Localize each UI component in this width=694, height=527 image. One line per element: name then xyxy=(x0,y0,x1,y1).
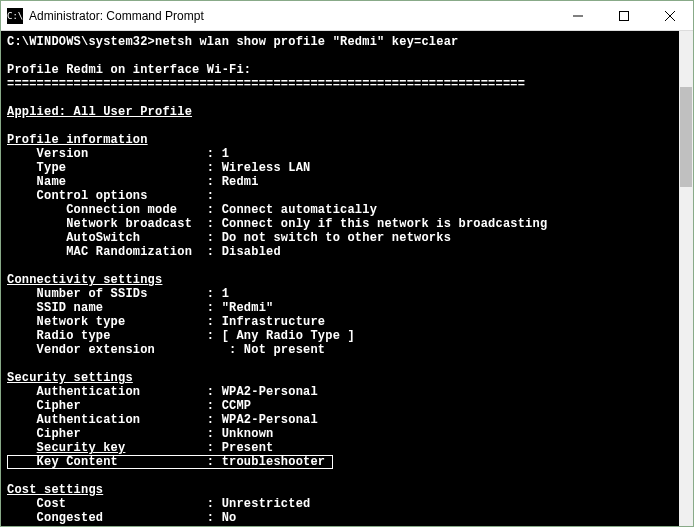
minimize-button[interactable] xyxy=(555,1,601,31)
row-label: Vendor extension : xyxy=(7,343,244,357)
row-value: Disabled xyxy=(222,245,281,259)
row-label: Control options : xyxy=(7,189,214,203)
row-label: Type : xyxy=(7,161,222,175)
row-value: Unrestricted xyxy=(222,497,311,511)
row-label: Cost : xyxy=(7,497,222,511)
row-value: WPA2-Personal xyxy=(222,385,318,399)
key-content-row: Key Content : troubleshooter xyxy=(7,455,333,469)
row-label: Radio type : xyxy=(7,329,222,343)
key-content-value: troubleshooter xyxy=(222,455,326,469)
window-title: Administrator: Command Prompt xyxy=(29,9,555,23)
row-value: 1 xyxy=(222,147,229,161)
row-label: Congested : xyxy=(7,511,222,525)
row-value: Not present xyxy=(244,343,325,357)
row-value: [ Any Radio Type ] xyxy=(222,329,355,343)
row-label: MAC Randomization : xyxy=(7,245,222,259)
profile-rule: ========================================… xyxy=(7,77,525,91)
row-value: No xyxy=(222,511,237,525)
svg-rect-1 xyxy=(620,11,629,20)
section-header-cost: Cost settings xyxy=(7,483,103,497)
console-area: C:\WINDOWS\system32>netsh wlan show prof… xyxy=(1,31,693,527)
row-label: Connection mode : xyxy=(7,203,222,217)
applied-label: Applied: All User Profile xyxy=(7,105,192,119)
row-value: "Redmi" xyxy=(222,301,274,315)
row-value: Wireless LAN xyxy=(222,161,311,175)
row-label: Authentication : xyxy=(7,413,222,427)
command-text: netsh wlan show profile "Redmi" key=clea… xyxy=(155,35,458,49)
row-value: CCMP xyxy=(222,399,252,413)
security-key-value: Present xyxy=(222,441,274,455)
row-label: Network type : xyxy=(7,315,222,329)
row-label: Name : xyxy=(7,175,222,189)
row-label: Number of SSIDs : xyxy=(7,287,222,301)
titlebar: C:\ Administrator: Command Prompt xyxy=(1,1,693,31)
prompt-path: C:\WINDOWS\system32> xyxy=(7,35,155,49)
section-header-connectivity: Connectivity settings xyxy=(7,273,162,287)
row-value: Connect only if this network is broadcas… xyxy=(222,217,548,231)
maximize-button[interactable] xyxy=(601,1,647,31)
section-header-security: Security settings xyxy=(7,371,133,385)
row-value: Connect automatically xyxy=(222,203,377,217)
security-key-label: Security key xyxy=(37,441,126,455)
row-label: Authentication : xyxy=(7,385,222,399)
row-label: Cipher : xyxy=(7,399,222,413)
row-value: Infrastructure xyxy=(222,315,326,329)
row-sep: : xyxy=(125,441,221,455)
close-button[interactable] xyxy=(647,1,693,31)
row-label: SSID name : xyxy=(7,301,222,315)
row-label: AutoSwitch : xyxy=(7,231,222,245)
row-value: 1 xyxy=(222,287,229,301)
console-output[interactable]: C:\WINDOWS\system32>netsh wlan show prof… xyxy=(1,31,681,527)
row-value: WPA2-Personal xyxy=(222,413,318,427)
section-header-profile-info: Profile information xyxy=(7,133,148,147)
cmd-icon: C:\ xyxy=(7,8,23,24)
row-sep: : xyxy=(118,455,222,469)
row-label: Version : xyxy=(7,147,222,161)
scrollbar-thumb[interactable] xyxy=(680,87,692,187)
row-value: Redmi xyxy=(222,175,259,189)
profile-header: Profile Redmi on interface Wi-Fi: xyxy=(7,63,251,77)
vertical-scrollbar[interactable] xyxy=(679,31,693,527)
key-content-label: Key Content xyxy=(37,455,118,469)
row-value: Do not switch to other networks xyxy=(222,231,451,245)
row-label: Cipher : xyxy=(7,427,222,441)
row-label: Network broadcast : xyxy=(7,217,222,231)
row-value: Unknown xyxy=(222,427,274,441)
